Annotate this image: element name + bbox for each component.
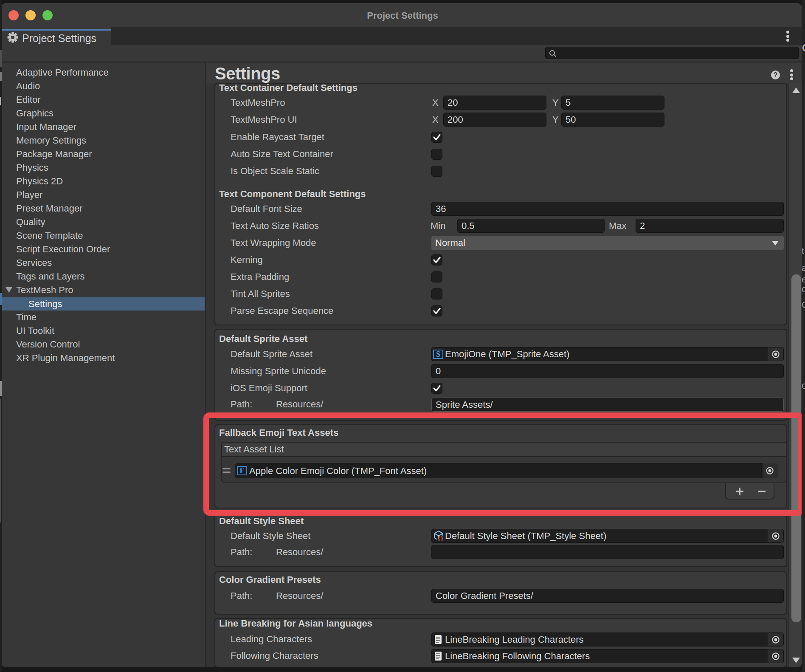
svg-text:{: {: [438, 534, 440, 541]
svg-text:}: }: [441, 534, 443, 541]
